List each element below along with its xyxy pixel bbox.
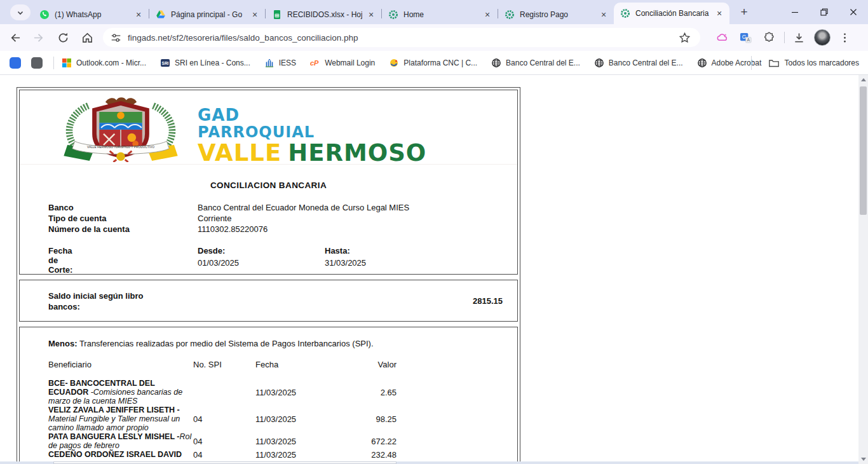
extensions-button[interactable] [759,28,778,47]
bookmark-item[interactable]: SRISRI en Línea - Cons... [160,58,250,68]
crest-logo: VALLE HERMOSO TURISTICO Y PRODUCTIVO [48,93,193,162]
all-bookmarks-label: Todos los marcadores [785,58,859,67]
bookmark-blue-square[interactable] [9,57,22,69]
spi-number-cell: 04 [193,432,255,450]
page-title: CONCILIACION BANCARIA [20,181,517,190]
date-cell: 11/03/2025 [255,379,338,406]
tab-close-button[interactable]: × [366,10,376,20]
star-icon [679,32,691,44]
tab-close-button[interactable]: × [599,10,609,20]
info-field-row: Tipo de cuentaCorriente [48,213,409,224]
all-bookmarks-button[interactable]: Todos los marcadores [751,51,859,75]
scroll-down-arrow[interactable] [858,454,868,464]
amount-cell: 98.25 [338,406,397,432]
info-field-label: Banco [48,202,198,213]
bookmark-item[interactable]: cPWebmail Login [310,58,375,68]
bookmark-item[interactable]: Banco Central del E... [491,58,580,68]
initial-balance-label: Saldo inicial según libro bancos: [48,290,169,312]
profile-avatar[interactable] [814,29,831,46]
tab-close-button[interactable]: × [133,10,144,20]
minimize-button[interactable] [780,0,810,24]
org-name-line2: PARROQUIAL [198,125,426,140]
tab-list: (1) WhatsApp×Página principal - Go×RECIB… [33,0,751,24]
tab-3[interactable]: RECIBIDOS.xlsx - Hoj× [266,4,381,24]
url-text[interactable]: fingads.net/sf2/tesoreria/files/saldo_ba… [128,33,675,43]
bookmark-label: Banco Central del E... [506,58,580,67]
vertical-scrollbar[interactable] [858,75,868,464]
whatsapp-icon [39,10,50,20]
beneficiary-name: PATA BANGUERA LESLY MISHEL - [48,432,180,441]
spi-table-row: VELIZ ZAVALA JENIFFER LISETH -Material F… [48,406,517,432]
bookmark-item[interactable]: IESS [264,58,296,68]
new-tab-button[interactable]: + [737,5,751,19]
tab-title: Página principal - Go [171,10,246,19]
info-field-value: 1110302.85220076 [198,224,268,235]
tab-1[interactable]: (1) WhatsApp× [33,4,149,24]
beneficiary-cell: CEDEÑO ORDOÑEZ ISRAEL DAVID [48,450,193,460]
vertical-scrollbar-thumb[interactable] [860,86,867,215]
home-button[interactable] [78,28,97,47]
spi-section-caption: Menos: Transferencias realizadas por med… [48,339,517,348]
sri-icon: SRI [160,58,170,68]
forward-button[interactable] [29,28,48,47]
horizontal-scrollbar[interactable] [0,461,858,464]
download-icon [793,32,805,44]
back-button[interactable] [5,28,24,47]
tab-4[interactable]: Home× [382,4,498,24]
reload-button[interactable] [53,28,72,47]
beneficiary-name: CEDEÑO ORDOÑEZ ISRAEL DAVID [48,450,182,459]
microsoft-icon [62,58,72,68]
browser-menu-button[interactable] [835,28,854,47]
translate-icon: G A [740,32,752,44]
cnc-icon [389,58,399,68]
spi-table-row: PATA BANGUERA LESLY MISHEL -Rol de pagos… [48,432,517,450]
spi-table-header: Beneficiario No. SPI Fecha Valor [48,360,517,369]
info-field-label: Tipo de cuenta [48,213,198,224]
bookmark-item[interactable]: Outlook.com - Micr... [62,58,146,68]
puzzle-icon [763,32,775,44]
bookmark-gray-square[interactable] [31,57,43,69]
bookmark-item[interactable]: Banco Central del E... [594,58,683,68]
tab-close-button[interactable]: × [482,10,492,20]
downloads-button[interactable] [789,28,808,47]
svg-text:A: A [747,38,750,42]
tab-title: Registro Pago [520,10,595,19]
bookmark-label: IESS [279,58,296,67]
address-bar[interactable]: fingads.net/sf2/tesoreria/files/saldo_ba… [103,28,700,47]
restore-button[interactable] [810,0,839,24]
forward-icon [33,32,45,44]
cpanel-icon: cP [310,58,320,68]
translate-button[interactable]: G A [736,28,755,47]
date-cell: 11/03/2025 [255,406,338,432]
header-no-spi: No. SPI [193,360,255,369]
iess-icon [264,58,275,68]
tab-2[interactable]: Página principal - Go× [149,4,265,24]
beneficiary-name: VELIZ ZAVALA JENIFFER LISETH - [48,406,180,414]
horizontal-scrollbar-thumb[interactable] [53,461,397,464]
info-field-label: Número de la cuenta [48,224,198,235]
tab-5[interactable]: Registro Pago× [498,4,614,24]
tab-close-button[interactable]: × [714,8,724,18]
bookmark-star-button[interactable] [675,28,694,47]
fingads-icon [620,8,630,18]
spi-number-cell: 04 [193,450,255,460]
document-frame: VALLE HERMOSO TURISTICO Y PRODUCTIVO GAD… [17,87,520,464]
scroll-up-arrow[interactable] [858,75,868,85]
kebab-menu-icon [839,32,851,44]
header-beneficiario: Beneficiario [48,360,193,369]
ai-extension-button[interactable] [712,28,731,47]
beneficiary-cell: PATA BANGUERA LESLY MISHEL -Rol de pagos… [48,432,193,450]
home-icon [81,32,93,44]
restore-icon [820,8,828,16]
bookmark-item[interactable]: Plataforma CNC | C... [389,58,477,68]
date-cell: 11/03/2025 [255,432,338,450]
tab-search-button[interactable] [10,4,31,20]
bookmark-label: Outlook.com - Micr... [76,58,146,67]
tab-title: Home [403,10,478,19]
tab-title: RECIBIDOS.xlsx - Hoj [287,10,362,19]
bookmark-label: Plataforma CNC | C... [403,58,477,67]
close-window-button[interactable] [839,0,868,24]
tab-6[interactable]: Conciliación Bancaria× [614,3,729,24]
tab-close-button[interactable]: × [250,10,260,20]
svg-text:VALLE HERMOSO TURISTICO Y PROD: VALLE HERMOSO TURISTICO Y PRODUCTIVO [87,146,154,149]
